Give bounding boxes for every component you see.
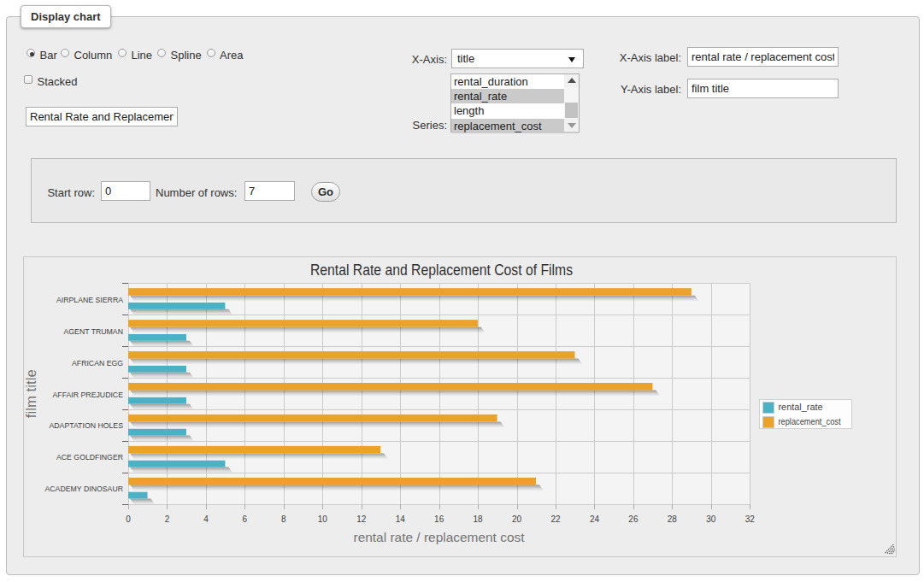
- svg-text:26: 26: [628, 514, 639, 524]
- svg-text:replacement_cost: replacement_cost: [779, 416, 841, 426]
- svg-text:16: 16: [434, 514, 444, 524]
- svg-text:8: 8: [281, 514, 286, 524]
- svg-text:28: 28: [668, 514, 678, 524]
- svg-text:18: 18: [474, 514, 484, 524]
- svg-text:AFFAIR PREJUDICE: AFFAIR PREJUDICE: [53, 390, 124, 399]
- svg-text:AIRPLANE SIERRA: AIRPLANE SIERRA: [56, 295, 123, 304]
- svg-text:6: 6: [243, 514, 248, 524]
- svg-text:ACADEMY DINOSAUR: ACADEMY DINOSAUR: [45, 484, 124, 493]
- svg-text:rental_rate: rental_rate: [779, 402, 823, 412]
- svg-text:AFRICAN EGG: AFRICAN EGG: [72, 358, 123, 367]
- svg-text:20: 20: [512, 514, 522, 524]
- svg-text:12: 12: [356, 514, 367, 524]
- svg-text:film title: film title: [24, 369, 38, 418]
- svg-text:rental rate / replacement cost: rental rate / replacement cost: [354, 530, 526, 544]
- svg-text:22: 22: [550, 514, 561, 524]
- svg-text:ADAPTATION HOLES: ADAPTATION HOLES: [50, 420, 124, 430]
- svg-text:10: 10: [318, 514, 328, 524]
- svg-text:30: 30: [706, 514, 716, 524]
- svg-text:4: 4: [203, 514, 209, 524]
- svg-text:ACE GOLDFINGER: ACE GOLDFINGER: [56, 452, 123, 461]
- svg-text:32: 32: [745, 514, 756, 524]
- svg-text:2: 2: [165, 514, 170, 524]
- svg-text:14: 14: [396, 514, 406, 524]
- svg-text:Rental Rate and Replacement Co: Rental Rate and Replacement Cost of Film…: [310, 262, 573, 279]
- svg-text:24: 24: [590, 514, 600, 524]
- svg-text:AGENT TRUMAN: AGENT TRUMAN: [64, 326, 124, 336]
- svg-text:0: 0: [126, 514, 131, 524]
